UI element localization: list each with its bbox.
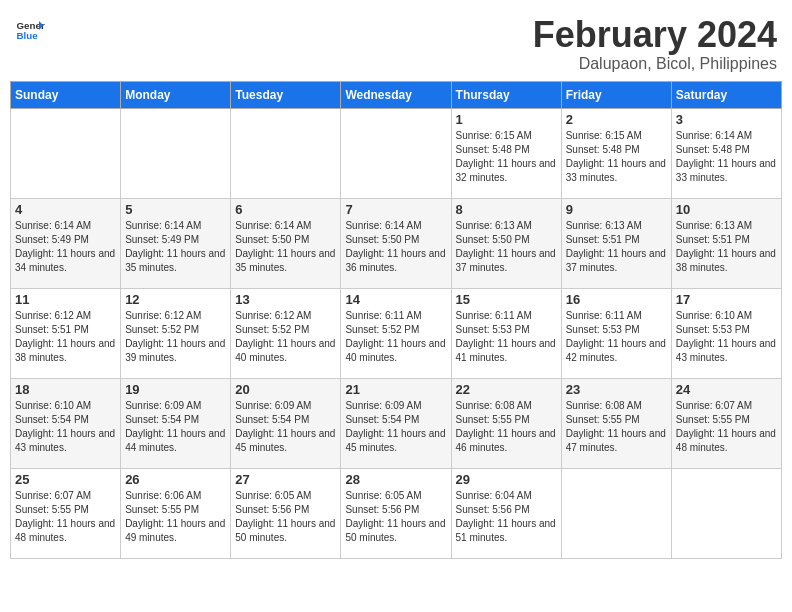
cell-day-number: 29	[456, 472, 557, 487]
cell-day-number: 8	[456, 202, 557, 217]
cell-day-number: 28	[345, 472, 446, 487]
calendar-cell: 1Sunrise: 6:15 AM Sunset: 5:48 PM Daylig…	[451, 108, 561, 198]
cell-info: Sunrise: 6:13 AM Sunset: 5:51 PM Dayligh…	[566, 219, 667, 275]
location: Dalupaon, Bicol, Philippines	[533, 55, 777, 73]
calendar-cell: 26Sunrise: 6:06 AM Sunset: 5:55 PM Dayli…	[121, 468, 231, 558]
cell-info: Sunrise: 6:11 AM Sunset: 5:53 PM Dayligh…	[456, 309, 557, 365]
calendar-cell: 15Sunrise: 6:11 AM Sunset: 5:53 PM Dayli…	[451, 288, 561, 378]
logo-icon: General Blue	[15, 15, 45, 45]
header-tuesday: Tuesday	[231, 81, 341, 108]
calendar-cell: 18Sunrise: 6:10 AM Sunset: 5:54 PM Dayli…	[11, 378, 121, 468]
cell-day-number: 26	[125, 472, 226, 487]
calendar-cell: 14Sunrise: 6:11 AM Sunset: 5:52 PM Dayli…	[341, 288, 451, 378]
calendar-cell: 21Sunrise: 6:09 AM Sunset: 5:54 PM Dayli…	[341, 378, 451, 468]
calendar-cell	[561, 468, 671, 558]
calendar-cell: 2Sunrise: 6:15 AM Sunset: 5:48 PM Daylig…	[561, 108, 671, 198]
cell-day-number: 12	[125, 292, 226, 307]
header-saturday: Saturday	[671, 81, 781, 108]
cell-info: Sunrise: 6:14 AM Sunset: 5:50 PM Dayligh…	[345, 219, 446, 275]
cell-info: Sunrise: 6:11 AM Sunset: 5:53 PM Dayligh…	[566, 309, 667, 365]
cell-info: Sunrise: 6:13 AM Sunset: 5:50 PM Dayligh…	[456, 219, 557, 275]
calendar-cell: 17Sunrise: 6:10 AM Sunset: 5:53 PM Dayli…	[671, 288, 781, 378]
logo: General Blue	[15, 15, 45, 45]
cell-info: Sunrise: 6:14 AM Sunset: 5:50 PM Dayligh…	[235, 219, 336, 275]
calendar-cell: 7Sunrise: 6:14 AM Sunset: 5:50 PM Daylig…	[341, 198, 451, 288]
cell-info: Sunrise: 6:08 AM Sunset: 5:55 PM Dayligh…	[566, 399, 667, 455]
calendar-week-4: 18Sunrise: 6:10 AM Sunset: 5:54 PM Dayli…	[11, 378, 782, 468]
cell-day-number: 15	[456, 292, 557, 307]
calendar-cell: 19Sunrise: 6:09 AM Sunset: 5:54 PM Dayli…	[121, 378, 231, 468]
calendar-cell	[121, 108, 231, 198]
header-thursday: Thursday	[451, 81, 561, 108]
cell-info: Sunrise: 6:15 AM Sunset: 5:48 PM Dayligh…	[456, 129, 557, 185]
cell-info: Sunrise: 6:07 AM Sunset: 5:55 PM Dayligh…	[15, 489, 116, 545]
calendar-cell: 5Sunrise: 6:14 AM Sunset: 5:49 PM Daylig…	[121, 198, 231, 288]
cell-day-number: 22	[456, 382, 557, 397]
calendar-week-2: 4Sunrise: 6:14 AM Sunset: 5:49 PM Daylig…	[11, 198, 782, 288]
cell-info: Sunrise: 6:04 AM Sunset: 5:56 PM Dayligh…	[456, 489, 557, 545]
calendar-cell: 6Sunrise: 6:14 AM Sunset: 5:50 PM Daylig…	[231, 198, 341, 288]
calendar-week-5: 25Sunrise: 6:07 AM Sunset: 5:55 PM Dayli…	[11, 468, 782, 558]
cell-day-number: 21	[345, 382, 446, 397]
calendar-cell: 25Sunrise: 6:07 AM Sunset: 5:55 PM Dayli…	[11, 468, 121, 558]
cell-info: Sunrise: 6:14 AM Sunset: 5:49 PM Dayligh…	[125, 219, 226, 275]
calendar-cell: 20Sunrise: 6:09 AM Sunset: 5:54 PM Dayli…	[231, 378, 341, 468]
cell-info: Sunrise: 6:10 AM Sunset: 5:53 PM Dayligh…	[676, 309, 777, 365]
calendar-cell: 4Sunrise: 6:14 AM Sunset: 5:49 PM Daylig…	[11, 198, 121, 288]
cell-info: Sunrise: 6:11 AM Sunset: 5:52 PM Dayligh…	[345, 309, 446, 365]
calendar-cell: 9Sunrise: 6:13 AM Sunset: 5:51 PM Daylig…	[561, 198, 671, 288]
calendar-cell: 24Sunrise: 6:07 AM Sunset: 5:55 PM Dayli…	[671, 378, 781, 468]
header-row: Sunday Monday Tuesday Wednesday Thursday…	[11, 81, 782, 108]
calendar-week-3: 11Sunrise: 6:12 AM Sunset: 5:51 PM Dayli…	[11, 288, 782, 378]
calendar-cell: 10Sunrise: 6:13 AM Sunset: 5:51 PM Dayli…	[671, 198, 781, 288]
cell-day-number: 24	[676, 382, 777, 397]
cell-info: Sunrise: 6:06 AM Sunset: 5:55 PM Dayligh…	[125, 489, 226, 545]
calendar-cell: 22Sunrise: 6:08 AM Sunset: 5:55 PM Dayli…	[451, 378, 561, 468]
calendar-cell: 11Sunrise: 6:12 AM Sunset: 5:51 PM Dayli…	[11, 288, 121, 378]
calendar-cell: 16Sunrise: 6:11 AM Sunset: 5:53 PM Dayli…	[561, 288, 671, 378]
cell-info: Sunrise: 6:13 AM Sunset: 5:51 PM Dayligh…	[676, 219, 777, 275]
calendar-week-1: 1Sunrise: 6:15 AM Sunset: 5:48 PM Daylig…	[11, 108, 782, 198]
cell-day-number: 23	[566, 382, 667, 397]
cell-info: Sunrise: 6:05 AM Sunset: 5:56 PM Dayligh…	[235, 489, 336, 545]
cell-info: Sunrise: 6:05 AM Sunset: 5:56 PM Dayligh…	[345, 489, 446, 545]
calendar-cell: 27Sunrise: 6:05 AM Sunset: 5:56 PM Dayli…	[231, 468, 341, 558]
cell-info: Sunrise: 6:15 AM Sunset: 5:48 PM Dayligh…	[566, 129, 667, 185]
cell-info: Sunrise: 6:07 AM Sunset: 5:55 PM Dayligh…	[676, 399, 777, 455]
cell-day-number: 11	[15, 292, 116, 307]
cell-day-number: 10	[676, 202, 777, 217]
calendar-cell: 3Sunrise: 6:14 AM Sunset: 5:48 PM Daylig…	[671, 108, 781, 198]
cell-day-number: 3	[676, 112, 777, 127]
cell-day-number: 2	[566, 112, 667, 127]
cell-info: Sunrise: 6:14 AM Sunset: 5:48 PM Dayligh…	[676, 129, 777, 185]
calendar-cell: 13Sunrise: 6:12 AM Sunset: 5:52 PM Dayli…	[231, 288, 341, 378]
cell-day-number: 25	[15, 472, 116, 487]
cell-info: Sunrise: 6:10 AM Sunset: 5:54 PM Dayligh…	[15, 399, 116, 455]
svg-text:Blue: Blue	[17, 30, 39, 41]
calendar-cell: 12Sunrise: 6:12 AM Sunset: 5:52 PM Dayli…	[121, 288, 231, 378]
cell-info: Sunrise: 6:12 AM Sunset: 5:52 PM Dayligh…	[125, 309, 226, 365]
title-area: February 2024 Dalupaon, Bicol, Philippin…	[533, 15, 777, 73]
cell-info: Sunrise: 6:12 AM Sunset: 5:51 PM Dayligh…	[15, 309, 116, 365]
cell-info: Sunrise: 6:08 AM Sunset: 5:55 PM Dayligh…	[456, 399, 557, 455]
cell-day-number: 5	[125, 202, 226, 217]
header-friday: Friday	[561, 81, 671, 108]
header-monday: Monday	[121, 81, 231, 108]
cell-info: Sunrise: 6:09 AM Sunset: 5:54 PM Dayligh…	[345, 399, 446, 455]
page-header: General Blue February 2024 Dalupaon, Bic…	[10, 10, 782, 73]
calendar-cell	[341, 108, 451, 198]
calendar-table: Sunday Monday Tuesday Wednesday Thursday…	[10, 81, 782, 559]
cell-day-number: 14	[345, 292, 446, 307]
month-title: February 2024	[533, 15, 777, 55]
cell-day-number: 17	[676, 292, 777, 307]
cell-day-number: 19	[125, 382, 226, 397]
cell-info: Sunrise: 6:09 AM Sunset: 5:54 PM Dayligh…	[125, 399, 226, 455]
cell-day-number: 27	[235, 472, 336, 487]
cell-info: Sunrise: 6:09 AM Sunset: 5:54 PM Dayligh…	[235, 399, 336, 455]
calendar-cell	[231, 108, 341, 198]
calendar-cell: 23Sunrise: 6:08 AM Sunset: 5:55 PM Dayli…	[561, 378, 671, 468]
calendar-cell	[671, 468, 781, 558]
cell-day-number: 7	[345, 202, 446, 217]
calendar-cell	[11, 108, 121, 198]
calendar-cell: 28Sunrise: 6:05 AM Sunset: 5:56 PM Dayli…	[341, 468, 451, 558]
